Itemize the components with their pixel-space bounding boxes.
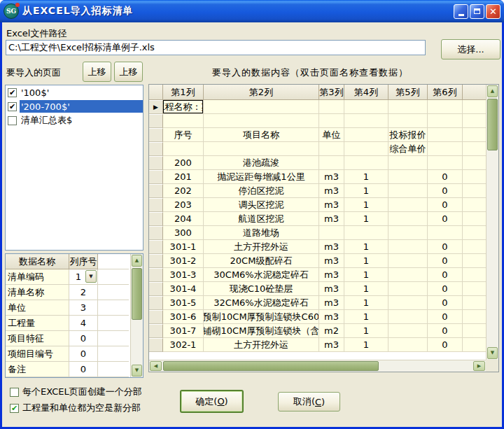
- grid-cell[interactable]: 301-1: [163, 240, 204, 254]
- grid-cell[interactable]: m3: [319, 310, 344, 324]
- grid-cell[interactable]: [163, 114, 204, 128]
- grid-cell[interactable]: 1: [344, 254, 388, 268]
- grid-cell[interactable]: m3: [319, 170, 344, 184]
- grid-cell[interactable]: [319, 156, 344, 170]
- grid-cell[interactable]: 航道区挖泥: [204, 212, 319, 226]
- mapping-field-name[interactable]: 项目特征: [6, 331, 69, 346]
- grid-cell[interactable]: [428, 114, 463, 128]
- scrollbar-thumb[interactable]: [487, 99, 498, 150]
- grid-header-col5[interactable]: 第5列: [388, 85, 428, 100]
- mapping-scrollbar[interactable]: ▲ ▼: [130, 254, 143, 377]
- grid-cell[interactable]: 301-5: [163, 296, 204, 310]
- grid-horizontal-scrollbar[interactable]: ◀ ▶: [149, 360, 486, 372]
- grid-cell[interactable]: [388, 212, 428, 226]
- grid-cell[interactable]: 202: [163, 184, 204, 198]
- maximize-button[interactable]: [470, 4, 484, 19]
- mapping-column-number[interactable]: 2: [69, 285, 98, 300]
- move-up-button-2[interactable]: 上移: [114, 62, 143, 82]
- grid-cell[interactable]: 调头区挖泥: [204, 198, 319, 212]
- checkbox-icon[interactable]: ✔: [8, 102, 17, 111]
- row-selector[interactable]: [149, 226, 163, 240]
- sheet-list-item[interactable]: ✔'100$': [6, 85, 143, 99]
- grid-cell[interactable]: m3: [319, 184, 344, 198]
- grid-header-col1[interactable]: 第1列: [163, 85, 204, 100]
- row-selector[interactable]: [149, 170, 163, 184]
- grid-cell[interactable]: 1: [344, 240, 388, 254]
- scroll-up-button[interactable]: ▲: [132, 255, 142, 267]
- grid-cell[interactable]: 0: [428, 184, 463, 198]
- grid-cell[interactable]: [388, 100, 428, 114]
- grid-cell[interactable]: [388, 338, 428, 352]
- grid-cell[interactable]: 0: [428, 212, 463, 226]
- file-path-input[interactable]: [6, 40, 426, 55]
- row-selector[interactable]: [149, 114, 163, 128]
- row-selector[interactable]: [149, 324, 163, 338]
- grid-cell[interactable]: m3: [319, 198, 344, 212]
- grid-cell[interactable]: 投标报价: [388, 128, 428, 142]
- grid-cell[interactable]: [344, 156, 388, 170]
- row-selector[interactable]: [149, 184, 163, 198]
- grid-cell[interactable]: 203: [163, 198, 204, 212]
- title-bar[interactable]: SG 从EXCEL导入招标清单 ✕: [0, 0, 504, 22]
- grid-cell[interactable]: 1: [344, 324, 388, 338]
- grid-cell[interactable]: 301-4: [163, 282, 204, 296]
- grid-cell[interactable]: [344, 100, 388, 114]
- grid-cell[interactable]: 0: [428, 268, 463, 282]
- sheet-list-item[interactable]: 清单汇总表$: [6, 113, 143, 127]
- grid-cell[interactable]: [344, 226, 388, 240]
- grid-cell[interactable]: 0: [428, 198, 463, 212]
- grid-cell[interactable]: 工程名称：某: [163, 100, 204, 114]
- grid-cell[interactable]: 32CM6%水泥稳定碎石: [204, 296, 319, 310]
- scroll-up-button[interactable]: ▲: [487, 85, 498, 97]
- grid-cell[interactable]: 302-1: [163, 338, 204, 352]
- grid-cell[interactable]: [388, 282, 428, 296]
- grid-cell[interactable]: 1: [344, 198, 388, 212]
- grid-cell[interactable]: 301-7: [163, 324, 204, 338]
- grid-cell[interactable]: [428, 142, 463, 156]
- grid-cell[interactable]: [319, 142, 344, 156]
- row-selector[interactable]: [149, 310, 163, 324]
- mapping-field-name[interactable]: 单位: [6, 300, 69, 316]
- row-selector[interactable]: [149, 254, 163, 268]
- grid-cell[interactable]: m2: [319, 324, 344, 338]
- grid-cell[interactable]: [388, 240, 428, 254]
- grid-cell[interactable]: [428, 156, 463, 170]
- sheet-name[interactable]: '100$': [20, 86, 143, 99]
- grid-cell[interactable]: 土方开挖外运: [204, 338, 319, 352]
- grid-cell[interactable]: m3: [319, 240, 344, 254]
- grid-cell[interactable]: [163, 142, 204, 156]
- row-selector-current[interactable]: ▶: [149, 100, 163, 114]
- grid-cell[interactable]: 序号: [163, 128, 204, 142]
- grid-cell[interactable]: 停泊区挖泥: [204, 184, 319, 198]
- mapping-field-name[interactable]: 备注: [6, 362, 69, 377]
- grid-cell[interactable]: 1: [344, 184, 388, 198]
- grid-cell[interactable]: 土方开挖外运: [204, 240, 319, 254]
- grid-cell[interactable]: [388, 226, 428, 240]
- grid-cell[interactable]: 300: [163, 226, 204, 240]
- grid-cell[interactable]: [428, 100, 463, 114]
- scrollbar-thumb[interactable]: [163, 361, 379, 371]
- sheet-name[interactable]: 清单汇总表$: [20, 114, 143, 127]
- grid-cell[interactable]: m3: [319, 268, 344, 282]
- grid-header-col6[interactable]: 第6列: [428, 85, 463, 100]
- grid-cell[interactable]: 201: [163, 170, 204, 184]
- browse-button[interactable]: 选择...: [441, 39, 500, 59]
- grid-cell[interactable]: m3: [319, 296, 344, 310]
- grid-cell[interactable]: 200: [163, 156, 204, 170]
- grid-cell[interactable]: m3: [319, 338, 344, 352]
- grid-cell[interactable]: [388, 156, 428, 170]
- grid-cell[interactable]: 铺砌10CM厚预制连锁块（含: [204, 324, 319, 338]
- scroll-left-button[interactable]: ◀: [150, 361, 162, 371]
- mapping-column-number[interactable]: 3: [69, 300, 98, 316]
- grid-cell[interactable]: 抛泥运距每增减1公里: [204, 170, 319, 184]
- grid-cell[interactable]: 0: [428, 240, 463, 254]
- checkbox-icon[interactable]: [8, 116, 17, 125]
- scroll-right-button[interactable]: ▶: [473, 361, 485, 371]
- grid-cell[interactable]: m3: [319, 282, 344, 296]
- grid-cell[interactable]: 301-6: [163, 310, 204, 324]
- grid-cell[interactable]: 单位: [319, 128, 344, 142]
- ok-button[interactable]: 确定(O): [180, 390, 244, 413]
- mapping-column-number[interactable]: 1▼: [69, 269, 98, 285]
- grid-vertical-scrollbar[interactable]: ▲ ▼: [486, 85, 498, 360]
- grid-cell[interactable]: [319, 114, 344, 128]
